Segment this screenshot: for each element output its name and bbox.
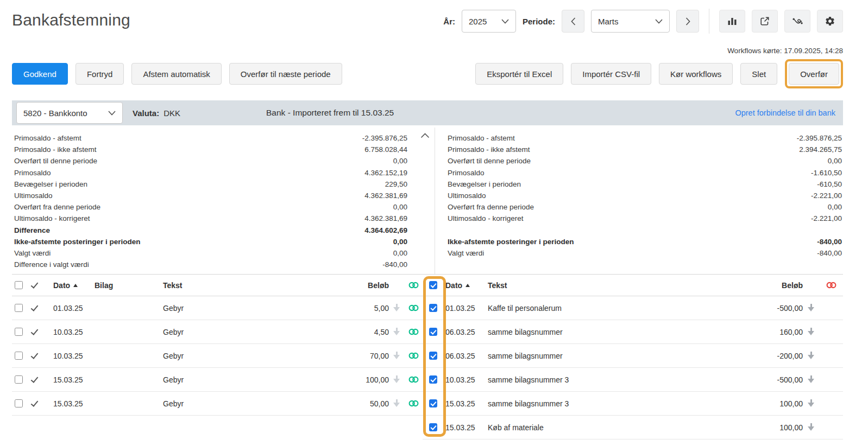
account-select[interactable]: 5820 - Bankkonto xyxy=(16,102,123,124)
checkbox-checked-icon[interactable] xyxy=(429,328,437,336)
ledger-row-match-link[interactable] xyxy=(404,352,423,360)
next-period-button[interactable] xyxy=(676,10,699,33)
fortryd-button[interactable]: Fortryd xyxy=(76,63,124,85)
bank-row-text: Køb af materiale xyxy=(488,423,738,432)
checkbox-checked-icon[interactable] xyxy=(429,375,437,384)
summary-value: 0,00 xyxy=(828,201,842,213)
bank-select-all-checkbox[interactable] xyxy=(423,281,445,289)
chart-button[interactable] xyxy=(719,10,745,33)
approved-cell xyxy=(29,305,53,311)
bank-row-text: Kaffe til personalerum xyxy=(488,304,738,313)
collapse-summary-button[interactable] xyxy=(420,133,430,138)
checkbox-icon[interactable] xyxy=(15,352,23,360)
summary-label: Difference i valgt værdi xyxy=(14,259,89,270)
checkbox-checked-icon[interactable] xyxy=(429,304,437,312)
row-select-cell[interactable] xyxy=(423,423,445,431)
summary-row: Primosaldo - ikke afstemt6.758.028,44 xyxy=(14,144,407,155)
ledger-col-tekst[interactable]: Tekst xyxy=(163,281,324,290)
summary-label: Primosaldo - ikke afstemt xyxy=(14,144,97,155)
bank-col-tekst[interactable]: Tekst xyxy=(488,281,738,290)
ledger-row-match-link[interactable] xyxy=(404,375,423,384)
approved-cell xyxy=(29,353,53,359)
year-select[interactable]: 2025 xyxy=(462,10,516,33)
bank-row[interactable]: 15.03.25Køb af materiale100,00 xyxy=(423,416,843,439)
checkbox-checked-icon[interactable] xyxy=(429,281,437,289)
ledger-row[interactable]: 15.03.25Gebyr50,00 xyxy=(12,392,423,416)
bank-unmatched-filter[interactable] xyxy=(819,281,843,289)
bank-row-date: 06.03.25 xyxy=(445,328,488,336)
bank-col-beloeb[interactable]: Beløb xyxy=(738,281,803,290)
row-select-cell[interactable] xyxy=(423,328,445,336)
summary-value: 4.362.381,69 xyxy=(364,213,407,224)
bank-row[interactable]: 15.03.25samme bilagsnummer 3100,00 xyxy=(423,392,843,416)
bank-row[interactable]: 06.03.25samme bilagsnummer160,00 xyxy=(423,320,843,344)
row-select-cell[interactable] xyxy=(423,375,445,384)
summary-row: Primosaldo - afstemt-2.395.876,25 xyxy=(14,132,407,144)
row-select-cell[interactable] xyxy=(423,304,445,312)
row-select-cell[interactable] xyxy=(12,328,29,336)
ledger-row[interactable]: 01.03.25Gebyr5,00 xyxy=(12,296,423,320)
afstem-automatisk-button[interactable]: Afstem automatisk xyxy=(131,63,221,85)
summary-value: -2.221,00 xyxy=(811,213,842,224)
summary-row xyxy=(448,225,842,236)
bank-row[interactable]: 06.03.25samme bilagsnummer-200,00 xyxy=(423,344,843,368)
bank-row[interactable]: 10.03.25samme bilagsnummer 3-500,00 xyxy=(423,368,843,392)
checkbox-icon[interactable] xyxy=(15,375,23,384)
workflow-button[interactable] xyxy=(784,10,810,33)
period-select[interactable]: Marts xyxy=(591,10,670,33)
toolbar-right: Eksportér til Excel Importér CSV-fil Kør… xyxy=(475,59,843,88)
summary-row: Difference i valgt værdi-840,00 xyxy=(14,259,407,270)
ledger-col-bilag[interactable]: Bilag xyxy=(95,281,163,290)
overfoer-highlight: Overfør xyxy=(785,59,843,88)
row-select-cell[interactable] xyxy=(12,352,29,360)
ledger-col-beloeb[interactable]: Beløb xyxy=(324,281,389,290)
settings-button[interactable] xyxy=(817,10,843,33)
godkend-button[interactable]: Godkend xyxy=(12,63,68,85)
slet-button[interactable]: Slet xyxy=(740,63,777,85)
row-select-cell[interactable] xyxy=(423,399,445,407)
summary-value: -840,00 xyxy=(382,259,407,270)
overfoer-button[interactable]: Overfør xyxy=(789,63,839,85)
ledger-matched-filter[interactable] xyxy=(404,281,423,289)
ledger-sort-dato[interactable]: Dato xyxy=(53,281,95,290)
bankafstemning-page: Bankafstemning År: 2025 Periode: Marts xyxy=(0,0,868,446)
row-select-cell[interactable] xyxy=(423,352,445,360)
check-icon xyxy=(31,375,39,383)
koer-workflows-button[interactable]: Kør workflows xyxy=(659,63,733,85)
open-external-button[interactable] xyxy=(752,10,778,33)
checkbox-icon[interactable] xyxy=(15,399,23,407)
row-select-cell[interactable] xyxy=(12,399,29,407)
year-label: År: xyxy=(443,17,455,26)
checkbox-checked-icon[interactable] xyxy=(429,423,437,431)
importer-csv-button[interactable]: Importér CSV-fil xyxy=(571,63,651,85)
summary-label: Ikke-afstemte posteringer i perioden xyxy=(448,236,574,247)
ledger-select-all-checkbox[interactable] xyxy=(12,281,29,289)
ledger-row-text: Gebyr xyxy=(163,375,324,384)
ledger-row-match-link[interactable] xyxy=(404,304,423,312)
bank-row[interactable]: 01.03.25Kaffe til personalerum-500,00 xyxy=(423,296,843,320)
bank-row-amount: 100,00 xyxy=(738,423,803,432)
row-select-cell[interactable] xyxy=(12,304,29,312)
bank-sort-dato[interactable]: Dato xyxy=(445,281,488,290)
checkbox-icon[interactable] xyxy=(15,304,23,312)
checkbox-icon[interactable] xyxy=(15,328,23,336)
ledger-row-text: Gebyr xyxy=(163,328,324,336)
row-select-cell[interactable] xyxy=(12,375,29,384)
ledger-row[interactable]: 10.03.25Gebyr4,50 xyxy=(12,320,423,344)
ledger-row[interactable]: 10.03.25Gebyr70,00 xyxy=(12,344,423,368)
prev-period-button[interactable] xyxy=(562,10,584,33)
ledger-row-match-link[interactable] xyxy=(404,328,423,336)
checkbox-checked-icon[interactable] xyxy=(429,352,437,360)
summary-value: -1.610,50 xyxy=(811,167,842,179)
overfoer-naeste-periode-button[interactable]: Overfør til næste periode xyxy=(229,63,342,85)
checkbox-icon[interactable] xyxy=(15,281,23,289)
ledger-row-match-link[interactable] xyxy=(404,399,423,407)
connect-bank-link[interactable]: Opret forbindelse til din bank xyxy=(735,109,835,117)
checkbox-checked-icon[interactable] xyxy=(429,399,437,407)
summary-label: Overført fra denne periode xyxy=(448,201,534,213)
eksporter-excel-button[interactable]: Eksportér til Excel xyxy=(475,63,563,85)
ledger-row-direction xyxy=(389,399,404,407)
ledger-row[interactable]: 15.03.25Gebyr100,00 xyxy=(12,368,423,392)
ledger-row-amount: 70,00 xyxy=(324,352,389,360)
bank-row-direction xyxy=(803,304,819,312)
